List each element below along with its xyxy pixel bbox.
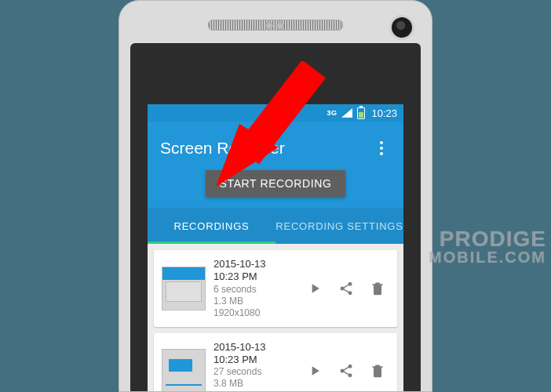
recording-time: 10:23 PM <box>213 270 298 283</box>
recording-thumbnail <box>162 267 206 310</box>
recording-resolution: 1920x1080 <box>213 307 298 319</box>
tab-recordings[interactable]: RECORDINGS <box>148 208 276 244</box>
device-screen: 3G 10:23 Screen Recorder ST <box>148 104 403 391</box>
recording-thumbnail <box>162 349 206 391</box>
recording-meta: 2015-10-13 10:23 PM 27 seconds 3.8 MB 19… <box>213 341 298 392</box>
recording-date: 2015-10-13 <box>213 258 298 270</box>
sensor-dot <box>276 22 284 30</box>
phone-frame: 3G 10:23 Screen Recorder ST <box>119 0 432 392</box>
recording-size: 1.3 MB <box>213 296 298 307</box>
overflow-menu-icon[interactable] <box>372 139 391 158</box>
recording-size: 3.8 MB <box>213 378 298 390</box>
recording-duration: 27 seconds <box>213 366 298 378</box>
signal-icon <box>341 108 352 118</box>
start-recording-button[interactable]: START RECORDING <box>206 170 346 197</box>
recording-duration: 6 seconds <box>213 284 298 296</box>
recording-resolution: 1920x1080 <box>213 390 298 391</box>
delete-icon[interactable] <box>369 362 386 379</box>
recording-item[interactable]: 2015-10-13 10:23 PM 6 seconds 1.3 MB 192… <box>154 250 397 327</box>
recordings-list: 2015-10-13 10:23 PM 6 seconds 1.3 MB 192… <box>148 244 403 391</box>
app-bar: Screen Recorder START RECORDING <box>148 122 403 208</box>
front-camera <box>389 15 414 40</box>
battery-icon <box>357 107 365 119</box>
status-bar: 3G 10:23 <box>148 104 403 122</box>
app-title: Screen Recorder <box>160 139 285 158</box>
sensor-dot <box>265 22 273 30</box>
network-label: 3G <box>327 110 337 117</box>
speaker-grille <box>208 20 343 31</box>
share-icon[interactable] <box>338 362 355 379</box>
clock: 10:23 <box>371 107 397 119</box>
watermark-line1: PRODIGE <box>440 227 546 251</box>
share-icon[interactable] <box>338 280 355 297</box>
phone-body: 3G 10:23 Screen Recorder ST <box>119 0 432 392</box>
play-icon[interactable] <box>306 280 323 297</box>
play-icon[interactable] <box>306 362 323 379</box>
watermark-line2: MOBILE.COM <box>429 250 546 264</box>
watermark: PRODIGE MOBILE.COM <box>429 229 546 264</box>
recording-item[interactable]: 2015-10-13 10:23 PM 27 seconds 3.8 MB 19… <box>154 333 397 392</box>
recording-meta: 2015-10-13 10:23 PM 6 seconds 1.3 MB 192… <box>213 258 298 319</box>
recording-time: 10:23 PM <box>213 354 298 366</box>
recording-date: 2015-10-13 <box>213 341 298 354</box>
delete-icon[interactable] <box>369 280 386 297</box>
tab-recording-settings[interactable]: RECORDING SETTINGS <box>276 208 403 244</box>
screen-bezel: 3G 10:23 Screen Recorder ST <box>130 43 421 391</box>
tab-bar: RECORDINGS RECORDING SETTINGS <box>148 208 403 244</box>
